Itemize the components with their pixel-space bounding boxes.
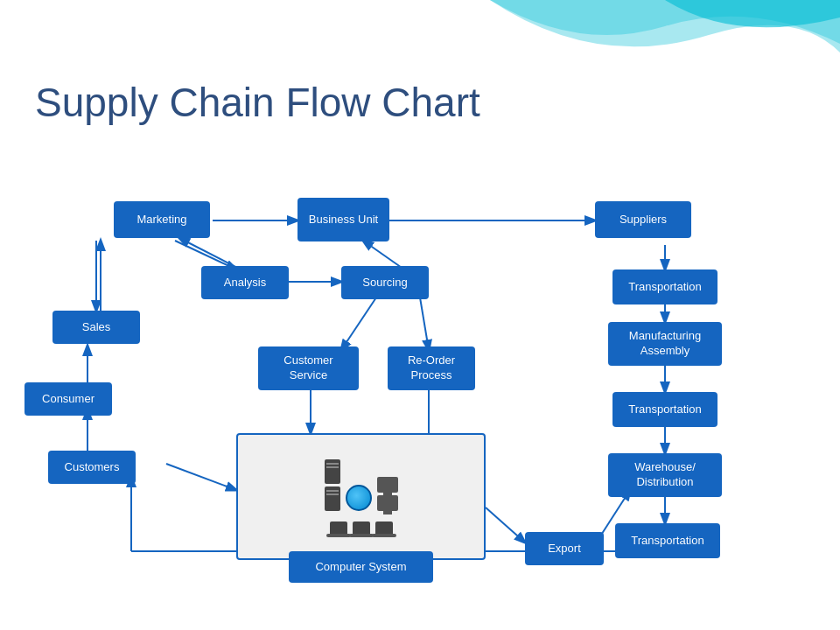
suppliers-box: Suppliers	[595, 201, 691, 238]
svg-line-9	[179, 238, 241, 270]
computer-icon	[325, 459, 398, 534]
top-decoration	[490, 0, 840, 79]
marketing-box: Marketing	[114, 201, 210, 238]
svg-line-19	[166, 464, 236, 490]
flowchart: Marketing Business Unit Suppliers Transp…	[0, 175, 840, 630]
transportation3-box: Transportation	[615, 523, 720, 558]
customer-service-box: Customer Service	[258, 346, 359, 390]
reorder-box: Re-Order Process	[388, 346, 475, 390]
sales-box: Sales	[52, 311, 140, 344]
consumer-box: Consumer	[24, 382, 112, 416]
warehouse-box: Warehouse/ Distribution	[608, 453, 722, 497]
svg-line-20	[486, 508, 525, 542]
laptop-icon2	[353, 522, 370, 534]
monitor-icon2	[377, 495, 398, 511]
business-unit-box: Business Unit	[298, 198, 389, 242]
laptop-icon3	[375, 522, 393, 534]
comp-row-bottom	[330, 522, 393, 534]
export-box: Export	[525, 532, 604, 565]
svg-line-18	[420, 298, 429, 350]
customers-box: Customers	[48, 451, 136, 484]
svg-line-17	[341, 298, 376, 350]
analysis-box: Analysis	[201, 266, 289, 299]
page-title: Supply Chain Flow Chart	[35, 79, 480, 126]
sourcing-box: Sourcing	[341, 266, 429, 299]
server-icon2	[325, 486, 340, 511]
monitor-icon	[377, 477, 398, 493]
globe-icon	[346, 485, 372, 511]
comp-row-top	[325, 459, 398, 511]
server-icon	[325, 459, 340, 484]
computer-system-box: Computer System	[289, 551, 433, 583]
laptop-icon1	[330, 522, 347, 534]
transportation2-box: Transportation	[612, 392, 718, 427]
computer-system-area	[236, 433, 486, 560]
transportation1-box: Transportation	[612, 270, 718, 304]
manufacturing-box: Manufacturing Assembly	[608, 322, 722, 366]
